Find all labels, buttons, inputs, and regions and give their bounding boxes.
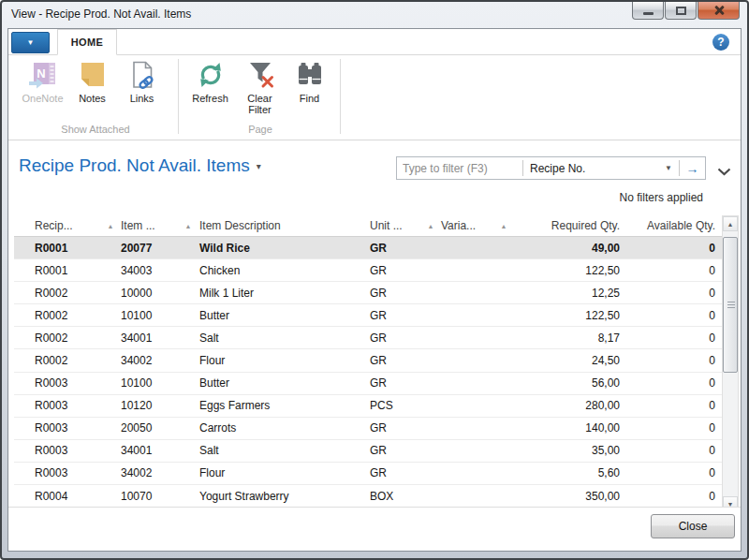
cell-recipe-no[interactable]: R0002 <box>35 332 100 345</box>
cell-recipe-no[interactable]: R0001 <box>35 264 100 277</box>
cell-recipe-no[interactable]: R0003 <box>35 444 100 457</box>
cell-available-qty[interactable]: 0 <box>620 287 715 300</box>
collapse-header-button[interactable] <box>717 163 731 180</box>
cell-description[interactable]: Wild Rice <box>199 242 370 255</box>
cell-available-qty[interactable]: 0 <box>620 421 715 435</box>
table-row[interactable]: R000210000Milk 1 LiterGR12,250 <box>14 282 725 304</box>
cell-unit[interactable]: GR <box>370 264 420 277</box>
cell-available-qty[interactable]: 0 <box>620 242 715 255</box>
cell-recipe-no[interactable]: R0003 <box>35 466 100 479</box>
column-header-variant[interactable]: Varia... <box>441 219 495 232</box>
cell-description[interactable]: Butter <box>199 376 370 390</box>
cell-description[interactable]: Salt <box>199 444 370 457</box>
cell-unit[interactable]: GR <box>370 242 420 255</box>
cell-required-qty[interactable]: 49,00 <box>512 242 620 255</box>
cell-required-qty[interactable]: 8,17 <box>512 332 620 345</box>
cell-item-no[interactable]: 10100 <box>121 309 177 322</box>
page-title-menu[interactable]: Recipe Prod. Not Avail. Items▾ <box>19 155 261 176</box>
cell-unit[interactable]: GR <box>370 466 420 479</box>
application-menu-button[interactable]: ▼ <box>11 32 50 53</box>
column-header-unit[interactable]: Unit ... <box>370 219 420 232</box>
cell-recipe-no[interactable]: R0002 <box>35 354 100 367</box>
cell-recipe-no[interactable]: R0002 <box>35 309 100 322</box>
help-button[interactable]: ? <box>712 34 729 51</box>
table-row[interactable]: R000234001SaltGR8,170 <box>14 327 725 349</box>
cell-unit[interactable]: GR <box>370 287 420 300</box>
cell-item-no[interactable]: 10070 <box>121 490 177 503</box>
cell-available-qty[interactable]: 0 <box>620 309 715 322</box>
cell-description[interactable]: Yogurt Strawberry <box>199 490 370 503</box>
column-header-recipe-no[interactable]: Recip... <box>35 219 100 232</box>
cell-required-qty[interactable]: 122,50 <box>512 264 620 277</box>
table-row[interactable]: R000334001SaltGR35,000 <box>14 440 725 463</box>
notes-button[interactable]: Notes <box>67 60 117 104</box>
cell-unit[interactable]: GR <box>370 376 420 390</box>
links-button[interactable]: Links <box>117 60 167 104</box>
cell-available-qty[interactable]: 0 <box>620 354 715 367</box>
cell-unit[interactable]: GR <box>370 444 420 457</box>
cell-available-qty[interactable]: 0 <box>620 376 715 390</box>
table-row[interactable]: R000234002FlourGR24,500 <box>14 349 725 372</box>
cell-unit[interactable]: GR <box>370 309 420 322</box>
filter-input[interactable] <box>397 158 522 178</box>
cell-available-qty[interactable]: 0 <box>620 466 715 479</box>
table-row[interactable]: R000310100ButterGR56,000 <box>14 373 725 395</box>
close-button[interactable]: Close <box>651 514 735 538</box>
cell-unit[interactable]: GR <box>370 332 420 345</box>
cell-recipe-no[interactable]: R0002 <box>35 287 100 300</box>
clear-filter-button[interactable]: Clear Filter <box>235 60 285 115</box>
column-header-item-description[interactable]: Item Description <box>199 219 370 232</box>
cell-available-qty[interactable]: 0 <box>620 264 715 277</box>
cell-required-qty[interactable]: 24,50 <box>512 354 620 367</box>
scrollbar-up-button[interactable]: ▲ <box>723 216 738 231</box>
cell-available-qty[interactable]: 0 <box>620 399 715 412</box>
column-header-required-qty[interactable]: Required Qty. <box>512 219 620 232</box>
refresh-button[interactable]: Refresh <box>185 60 235 115</box>
cell-unit[interactable]: PCS <box>370 399 420 412</box>
cell-unit[interactable]: GR <box>370 354 420 367</box>
cell-available-qty[interactable]: 0 <box>620 444 715 457</box>
close-window-button[interactable] <box>698 2 740 20</box>
cell-recipe-no[interactable]: R0003 <box>35 421 100 435</box>
cell-available-qty[interactable]: 0 <box>620 490 715 503</box>
cell-item-no[interactable]: 20077 <box>121 242 177 255</box>
cell-required-qty[interactable]: 280,00 <box>512 399 620 412</box>
table-row[interactable]: R000120077Wild RiceGR49,000 <box>14 237 725 259</box>
maximize-button[interactable] <box>665 2 697 20</box>
cell-required-qty[interactable]: 5,60 <box>512 466 620 479</box>
cell-unit[interactable]: GR <box>370 421 420 435</box>
cell-item-no[interactable]: 34001 <box>121 332 177 345</box>
vertical-scrollbar[interactable]: ▲ ▼ <box>722 215 739 512</box>
cell-item-no[interactable]: 20050 <box>121 421 177 435</box>
cell-item-no[interactable]: 10120 <box>121 399 177 412</box>
column-header-available-qty[interactable]: Available Qty. <box>620 219 715 232</box>
cell-description[interactable]: Flour <box>199 354 370 367</box>
cell-required-qty[interactable]: 12,25 <box>512 287 620 300</box>
table-row[interactable]: R000134003ChickenGR122,500 <box>14 259 725 282</box>
cell-recipe-no[interactable]: R0001 <box>35 242 100 255</box>
cell-description[interactable]: Butter <box>199 309 370 322</box>
table-row[interactable]: R000210100ButterGR122,500 <box>14 304 725 327</box>
cell-recipe-no[interactable]: R0004 <box>35 490 100 503</box>
cell-recipe-no[interactable]: R0003 <box>35 399 100 412</box>
cell-item-no[interactable]: 34003 <box>121 264 177 277</box>
cell-recipe-no[interactable]: R0003 <box>35 376 100 390</box>
cell-required-qty[interactable]: 56,00 <box>512 376 620 390</box>
cell-description[interactable]: Chicken <box>199 264 370 277</box>
cell-available-qty[interactable]: 0 <box>620 332 715 345</box>
cell-description[interactable]: Carrots <box>199 421 370 435</box>
table-row[interactable]: R000410070Yogurt StrawberryBOX350,000 <box>14 485 725 508</box>
cell-description[interactable]: Salt <box>199 332 370 345</box>
cell-required-qty[interactable]: 350,00 <box>512 490 620 503</box>
column-header-item-no[interactable]: Item ... <box>121 219 177 232</box>
cell-description[interactable]: Milk 1 Liter <box>199 287 370 300</box>
cell-item-no[interactable]: 34002 <box>121 354 177 367</box>
apply-filter-button[interactable]: → <box>680 161 705 176</box>
table-row[interactable]: R000310120Eggs FarmersPCS280,000 <box>14 395 725 418</box>
cell-item-no[interactable]: 10100 <box>121 376 177 390</box>
minimize-button[interactable] <box>632 2 664 20</box>
filter-column-dropdown[interactable]: Recipe No. ▼ <box>523 162 679 175</box>
cell-required-qty[interactable]: 122,50 <box>512 309 620 322</box>
cell-item-no[interactable]: 34001 <box>121 444 177 457</box>
table-row[interactable]: R000320050CarrotsGR140,000 <box>14 418 725 440</box>
